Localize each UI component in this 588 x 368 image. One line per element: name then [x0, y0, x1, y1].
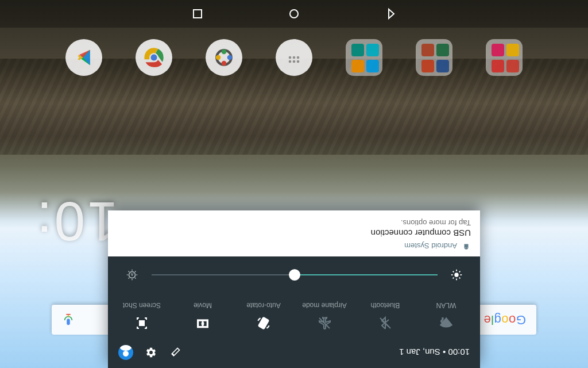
tile-label: Screen Shot: [123, 301, 161, 309]
auto-brightness-icon[interactable]: A: [125, 268, 139, 282]
svg-line-40: [135, 278, 136, 278]
qs-tile-screenshot[interactable]: Screen Shot: [113, 297, 171, 336]
dock-app-photos[interactable]: [206, 39, 242, 76]
svg-rect-0: [67, 319, 70, 325]
app-drawer-button[interactable]: [276, 39, 312, 76]
svg-line-31: [453, 271, 454, 273]
notification-card[interactable]: Android System USB computer connection T…: [108, 210, 480, 256]
svg-point-11: [216, 55, 221, 60]
qs-tile-wlan[interactable]: ? WLAN: [417, 297, 475, 336]
wallpaper-clock: 10:: [34, 190, 118, 253]
qs-tiles: ? WLAN Bluetooth Airplane mode: [108, 290, 480, 339]
svg-line-42: [135, 271, 136, 272]
svg-point-7: [293, 56, 296, 59]
svg-rect-24: [140, 321, 144, 325]
bluetooth-off-icon: [377, 315, 393, 331]
qs-date: Sun, Jan 1: [399, 348, 440, 358]
svg-point-8: [289, 56, 292, 59]
qs-time-date[interactable]: 10:00 • Sun, Jan 1: [399, 348, 470, 358]
dock-folder-google[interactable]: [486, 39, 523, 76]
back-button[interactable]: [382, 6, 399, 22]
recents-button[interactable]: [189, 6, 206, 22]
svg-rect-18: [194, 10, 202, 18]
svg-line-33: [453, 278, 454, 279]
wifi-unknown-icon: ?: [438, 315, 454, 331]
mic-icon[interactable]: [62, 313, 75, 326]
android-system-icon: [462, 241, 471, 251]
tile-label: Bluetooth: [371, 301, 400, 309]
dock: [0, 34, 588, 80]
svg-line-32: [459, 271, 461, 273]
svg-text:A: A: [130, 272, 133, 277]
edit-tiles-icon[interactable]: [169, 346, 181, 359]
dock-folder-tools[interactable]: [346, 39, 382, 76]
svg-point-13: [227, 55, 233, 60]
notification-title: USB computer connection: [117, 228, 471, 238]
screenshot-icon: [134, 315, 150, 331]
dock-app-chrome[interactable]: [136, 39, 172, 76]
dock-app-play-store[interactable]: [65, 39, 102, 76]
auto-rotate-icon: [256, 315, 272, 331]
tile-label: Airplane mode: [302, 301, 346, 309]
qs-tile-airplane[interactable]: Airplane mode: [295, 297, 354, 336]
user-avatar-icon[interactable]: [118, 345, 133, 360]
settings-icon[interactable]: [145, 346, 157, 359]
brightness-slider[interactable]: [152, 269, 438, 281]
svg-text:?: ?: [441, 317, 444, 324]
brightness-low-icon: [450, 269, 463, 281]
svg-point-25: [454, 273, 458, 277]
dolby-icon: [195, 315, 211, 331]
tile-label: WLAN: [436, 301, 457, 309]
qs-time: 10:00: [448, 348, 470, 358]
svg-point-4: [293, 60, 296, 63]
svg-line-41: [129, 271, 129, 272]
svg-point-12: [222, 49, 227, 55]
svg-line-43: [129, 278, 129, 278]
svg-point-5: [289, 60, 292, 63]
quick-settings-panel: 10:00 • Sun, Jan 1 ? WLAN: [108, 210, 480, 368]
google-logo: Google: [483, 312, 526, 327]
svg-point-44: [467, 247, 467, 248]
qs-tile-autorotate[interactable]: Auto-rotate: [234, 297, 293, 336]
home-button[interactable]: [286, 6, 302, 22]
svg-point-17: [290, 10, 298, 18]
notification-app-name: Android System: [404, 242, 457, 251]
notification-subtitle: Tap for more options.: [117, 218, 471, 227]
airplane-off-icon: [316, 315, 332, 331]
tile-label: Movie: [194, 301, 212, 309]
qs-header: 10:00 • Sun, Jan 1: [108, 339, 480, 368]
tile-label: Auto-rotate: [246, 301, 280, 309]
qs-tile-bluetooth[interactable]: Bluetooth: [356, 297, 415, 336]
svg-point-10: [222, 61, 227, 66]
svg-point-6: [297, 56, 300, 59]
system-nav-bar: [0, 0, 588, 28]
qs-tile-movie[interactable]: Movie: [173, 297, 232, 336]
svg-point-3: [297, 60, 300, 63]
dock-folder-office[interactable]: [416, 39, 452, 76]
brightness-row: A: [108, 256, 480, 290]
svg-line-30: [459, 278, 461, 279]
svg-point-45: [465, 247, 466, 248]
